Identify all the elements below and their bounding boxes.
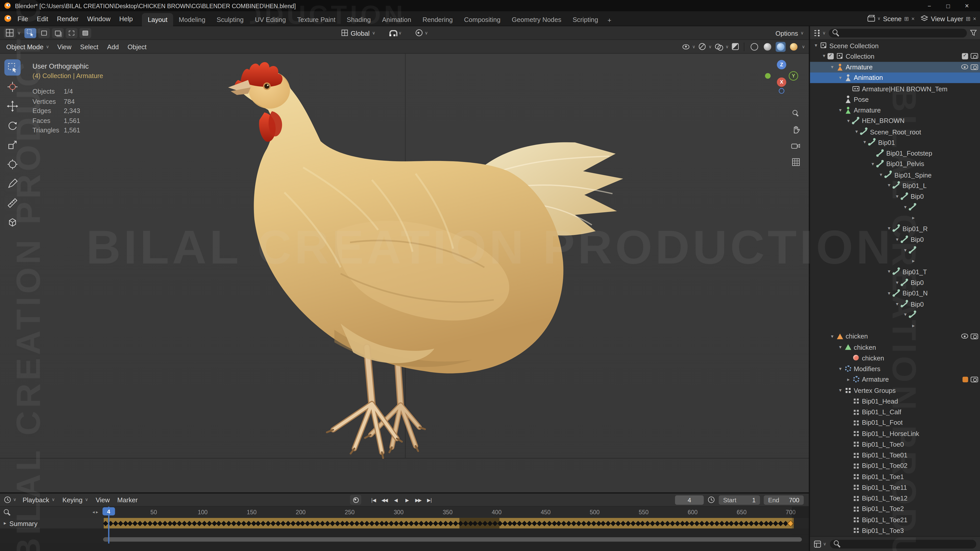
outliner-item-animation[interactable]: ▾Animation bbox=[810, 72, 980, 83]
outliner-item-armature[interactable]: ▾Armature bbox=[810, 105, 980, 115]
expand-arrow[interactable]: ▾ bbox=[886, 226, 892, 231]
filter-funnel-icon[interactable] bbox=[970, 29, 977, 36]
app-menu-icon[interactable] bbox=[4, 14, 12, 22]
pan-hand-icon[interactable] bbox=[790, 124, 801, 135]
outliner-item-bip01-l-toe11[interactable]: Bip01_L_Toe11 bbox=[810, 482, 980, 492]
gizmos-icon[interactable] bbox=[698, 43, 705, 50]
viewport-menu-view[interactable]: View bbox=[53, 41, 76, 52]
outliner-item-bip01-l-toe21[interactable]: Bip01_L_Toe21 bbox=[810, 514, 980, 525]
current-frame-field[interactable]: 4 bbox=[675, 495, 704, 505]
shading-wireframe-button[interactable] bbox=[749, 41, 759, 52]
playhead-frame-badge[interactable]: 4 bbox=[102, 507, 115, 516]
maximize-button[interactable]: □ bbox=[939, 0, 957, 11]
expand-arrow[interactable]: ▾ bbox=[837, 75, 844, 81]
tab-scripting[interactable]: Scripting bbox=[567, 13, 604, 26]
expand-arrow[interactable]: ▾ bbox=[894, 237, 900, 242]
summary-channel[interactable]: ▸ Summary bbox=[0, 518, 103, 529]
expand-arrow[interactable]: ▾ bbox=[886, 269, 892, 275]
outliner-item-bip01-head[interactable]: Bip01_Head bbox=[810, 395, 980, 407]
outliner-item-bip01-l-horselink[interactable]: Bip01_L_HorseLink bbox=[810, 428, 980, 439]
outliner-item-bip01-l-foot[interactable]: Bip01_L_Foot bbox=[810, 417, 980, 428]
shading-material-button[interactable] bbox=[776, 41, 786, 52]
outliner-item-vertex-groups[interactable]: ▾Vertex Groups bbox=[810, 385, 980, 395]
outliner-item-bip01-l-toe0[interactable]: Bip01_L_Toe0 bbox=[810, 439, 980, 449]
jump-end-button[interactable]: ▶∣ bbox=[425, 495, 434, 505]
outliner-item-bip01-t[interactable]: ▾Bip01_T bbox=[810, 266, 980, 277]
expand-arrow[interactable]: ▸ bbox=[845, 376, 852, 382]
box-select-tool-button[interactable] bbox=[4, 59, 21, 76]
navigation-gizmo[interactable]: Z Y X bbox=[764, 60, 799, 95]
expand-arrow[interactable]: ▾ bbox=[886, 183, 892, 188]
exclude-checkbox[interactable] bbox=[827, 53, 834, 59]
select-mode-subtract-button[interactable] bbox=[65, 28, 78, 38]
outliner-item-bip01-r[interactable]: ▾Bip01_R bbox=[810, 223, 980, 234]
outliner-item-chicken[interactable]: ▾chicken bbox=[810, 342, 980, 353]
outliner-item-bip01-l-calf[interactable]: Bip01_L_Calf bbox=[810, 407, 980, 417]
shading-rendered-button[interactable] bbox=[789, 41, 799, 52]
auto-keying-button[interactable] bbox=[350, 495, 361, 505]
outliner-item-row[interactable]: ▾ bbox=[810, 245, 980, 256]
expand-arrow[interactable]: ▾ bbox=[886, 290, 892, 296]
scrollbar-thumb[interactable] bbox=[103, 537, 802, 541]
options-dropdown[interactable]: Options ∨ bbox=[775, 29, 803, 37]
jump-start-button[interactable]: ∣◀ bbox=[368, 495, 378, 505]
viewport-canvas[interactable]: User Orthographic (4) Collection | Armat… bbox=[0, 54, 809, 492]
expand-arrow[interactable]: ▸ bbox=[910, 215, 917, 221]
gizmo-z-negative[interactable] bbox=[779, 88, 784, 94]
outliner-item-collection[interactable]: ▾Collection bbox=[810, 51, 980, 62]
play-reverse-button[interactable]: ◀ bbox=[391, 495, 401, 505]
outliner-item-bip0[interactable]: ▾Bip0 bbox=[810, 234, 980, 245]
gizmo-x-axis[interactable]: X bbox=[777, 78, 786, 87]
minimize-button[interactable]: − bbox=[920, 0, 939, 11]
outliner-item-bip01-pelvis[interactable]: ▾Bip01_Pelvis bbox=[810, 159, 980, 169]
tab-uv-editing[interactable]: UV Editing bbox=[249, 13, 292, 26]
outliner-item-bip0[interactable]: ▾Bip0 bbox=[810, 277, 980, 288]
expand-arrow[interactable]: ▾ bbox=[877, 172, 884, 178]
expand-arrow[interactable]: ▾ bbox=[821, 53, 828, 59]
camera-icon[interactable] bbox=[970, 53, 978, 59]
xray-toggle-icon[interactable] bbox=[732, 43, 738, 50]
chicken-model[interactable] bbox=[209, 55, 647, 467]
expand-arrow[interactable]: ▾ bbox=[902, 247, 909, 253]
outliner-item-bip01-l-toe12[interactable]: Bip01_L_Toe12 bbox=[810, 492, 980, 503]
timeline-menu-view[interactable]: View bbox=[92, 495, 114, 505]
view-layer-selector[interactable]: View Layer ⊞ × bbox=[921, 15, 976, 22]
channel-collapse-arrows[interactable]: ◂▸ bbox=[92, 510, 99, 515]
expand-arrow[interactable]: ▸ bbox=[4, 520, 6, 526]
outliner-item-armature-hen-brown-tem[interactable]: Armature|HEN BROWN_Tem bbox=[810, 83, 980, 94]
eye-icon[interactable] bbox=[961, 334, 968, 339]
outliner-item-bip01-l[interactable]: ▾Bip01_L bbox=[810, 180, 980, 191]
expand-arrow[interactable]: ▾ bbox=[902, 312, 909, 318]
use-preview-range-icon[interactable] bbox=[708, 496, 715, 503]
tab-sculpting[interactable]: Sculpting bbox=[211, 13, 249, 26]
camera-icon[interactable] bbox=[970, 376, 978, 382]
close-button[interactable]: × bbox=[958, 0, 976, 11]
prev-keyframe-button[interactable]: ◀◀ bbox=[380, 495, 390, 505]
outliner-item-row[interactable]: ▾ bbox=[810, 202, 980, 212]
editor-type-chevron-icon[interactable]: ∨ bbox=[18, 30, 21, 35]
tab-rendering[interactable]: Rendering bbox=[417, 13, 458, 26]
outliner-item-bip0[interactable]: ▾Bip0 bbox=[810, 299, 980, 310]
add-cube-tool-button[interactable] bbox=[4, 214, 21, 230]
gizmo-y-axis[interactable]: Y bbox=[789, 71, 798, 81]
expand-arrow[interactable]: ▾ bbox=[902, 204, 909, 210]
viewport-menu-select[interactable]: Select bbox=[76, 41, 103, 52]
tab-compositing[interactable]: Compositing bbox=[458, 13, 506, 26]
frame-end-field[interactable]: End 700 bbox=[764, 495, 804, 505]
timeline-editor-type-icon[interactable]: ∨ bbox=[4, 496, 16, 503]
ortho-grid-icon[interactable] bbox=[790, 156, 801, 167]
transform-tool-button[interactable] bbox=[4, 156, 21, 172]
menu-help[interactable]: Help bbox=[115, 13, 137, 24]
expand-arrow[interactable]: ▾ bbox=[845, 118, 852, 124]
checkbox-icon[interactable] bbox=[962, 53, 968, 59]
outliner-item-row[interactable]: ▸ bbox=[810, 256, 980, 266]
expand-arrow[interactable]: ▾ bbox=[829, 333, 835, 339]
cursor-tool-button[interactable] bbox=[4, 79, 21, 95]
select-mode-invert-button[interactable] bbox=[80, 28, 91, 38]
remove-view-layer-button[interactable]: × bbox=[973, 15, 976, 21]
outliner-item-bip01-l-toe2[interactable]: Bip01_L_Toe2 bbox=[810, 503, 980, 514]
move-tool-button[interactable] bbox=[4, 98, 21, 114]
outliner-item-hen-brown[interactable]: ▾HEN_BROWN bbox=[810, 115, 980, 126]
expand-arrow[interactable]: ▾ bbox=[837, 345, 844, 350]
expand-arrow[interactable]: ▸ bbox=[910, 258, 917, 264]
